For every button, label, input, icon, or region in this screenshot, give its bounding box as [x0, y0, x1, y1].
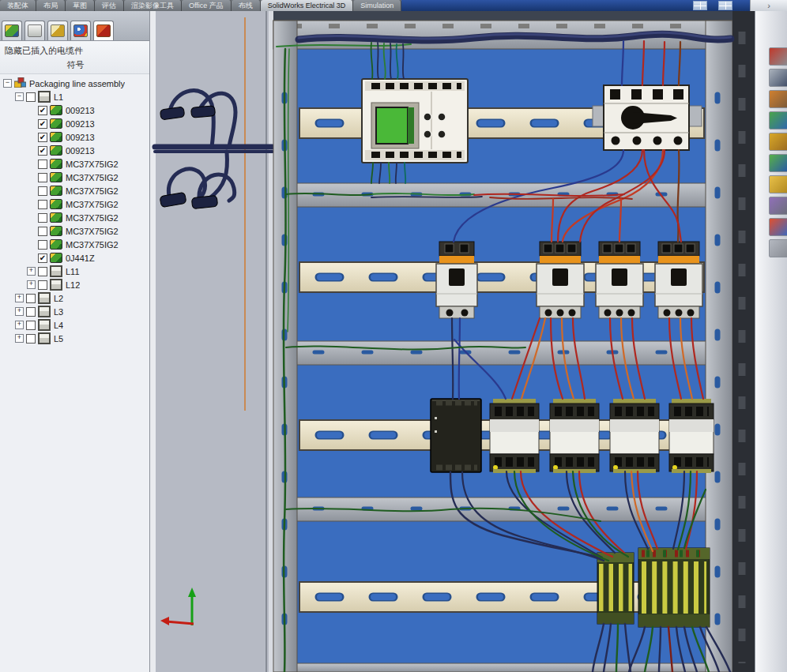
tree-item[interactable]: MC37X75IG2 — [0, 211, 149, 224]
tree-item[interactable]: +L3 — [0, 305, 149, 318]
tree-checkbox[interactable] — [26, 92, 36, 102]
tree-item[interactable]: +L2 — [0, 291, 149, 305]
expand-icon[interactable]: + — [15, 307, 24, 316]
part-icon — [50, 145, 62, 156]
smart-relay-device[interactable] — [362, 79, 468, 163]
tree-checkbox[interactable] — [38, 173, 47, 182]
tree-checkbox[interactable] — [38, 280, 47, 290]
configurationmanager-tab-icon[interactable] — [47, 21, 68, 40]
tree-item[interactable]: ✔009213 — [0, 103, 149, 117]
tab-草图[interactable]: 草图 — [66, 0, 95, 11]
schematic-icon[interactable] — [769, 69, 787, 87]
tree-item-label: L5 — [54, 334, 63, 344]
tree-checkbox[interactable] — [38, 213, 47, 223]
tree-checkbox[interactable]: ✔ — [38, 133, 47, 142]
route-wires-icon[interactable] — [769, 111, 787, 130]
viewport-grid-button-1[interactable] — [693, 1, 707, 10]
tab-布局[interactable]: 布局 — [36, 0, 66, 11]
electrical-symbols-icon[interactable] — [769, 47, 787, 66]
tree-checkbox[interactable] — [26, 294, 36, 303]
tree-checkbox[interactable] — [38, 186, 47, 196]
command-tabs: 装配体布局草图评估渲染影像工具Office 产品布线SolidWorks Ele… — [0, 0, 401, 11]
component-library-icon[interactable] — [769, 133, 787, 151]
tab-装配体[interactable]: 装配体 — [0, 0, 36, 11]
tree-checkbox[interactable]: ✔ — [38, 106, 47, 115]
tab-布线[interactable]: 布线 — [232, 0, 261, 11]
location-icon — [50, 265, 62, 277]
tab-Simulation[interactable]: Simulation — [353, 0, 401, 11]
documents-folder-icon[interactable] — [769, 175, 787, 193]
featuremanager-tab-icon[interactable] — [2, 21, 22, 40]
tree-checkbox[interactable] — [26, 321, 36, 330]
circuit-breaker-1 — [436, 242, 477, 318]
expand-icon[interactable]: + — [15, 334, 24, 343]
tree-item[interactable]: +L12 — [0, 278, 149, 291]
tree-item[interactable]: +L4 — [0, 318, 149, 332]
tab-评估[interactable]: 评估 — [95, 0, 124, 11]
tab-Office 产品[interactable]: Office 产品 — [182, 0, 232, 11]
feature-manager-panel: 隐藏已插入的电缆件 符号 −Packaging line assembly−L1… — [0, 11, 150, 672]
tree-checkbox[interactable]: ✔ — [38, 253, 47, 263]
viewport-grid-button-2[interactable] — [718, 1, 732, 10]
disconnect-switch-device[interactable] — [593, 85, 702, 150]
collapsed-icon[interactable] — [769, 239, 787, 257]
document-title-strip — [401, 0, 750, 11]
tree-item-label: MC37X75IG2 — [66, 200, 119, 209]
cabinet-layout-icon[interactable] — [769, 90, 787, 108]
collapse-icon[interactable]: − — [15, 92, 24, 101]
tree-item[interactable]: MC37X75IG2 — [0, 238, 149, 251]
tree-item-label: L12 — [66, 280, 80, 290]
tree-item[interactable]: MC37X75IG2 — [0, 197, 149, 211]
3d-viewport[interactable] — [150, 11, 755, 672]
tree-item[interactable]: ✔009213 — [0, 144, 149, 157]
cabinet-top-edge — [273, 11, 755, 21]
render-sphere-icon[interactable] — [769, 218, 787, 236]
tree-checkbox[interactable] — [38, 160, 47, 169]
tree-checkbox[interactable] — [38, 200, 47, 209]
location-icon — [38, 91, 51, 103]
tree-item-label: 009213 — [66, 106, 95, 115]
power-module-device[interactable] — [431, 399, 481, 472]
taskpane-collapse-button[interactable]: › — [750, 0, 787, 11]
tree-item[interactable]: +L11 — [0, 265, 149, 278]
collapse-icon[interactable]: − — [3, 79, 12, 88]
location-icon — [50, 279, 62, 291]
tree-checkbox[interactable]: ✔ — [38, 146, 47, 156]
expand-icon[interactable]: + — [15, 294, 24, 302]
expand-icon[interactable]: + — [27, 267, 36, 276]
tree-item[interactable]: −Packaging line assembly — [0, 77, 149, 90]
tree-item-label: 009213 — [66, 146, 95, 156]
expand-icon[interactable]: + — [15, 321, 24, 329]
tree-item[interactable]: +L5 — [0, 332, 149, 345]
tree-checkbox[interactable]: ✔ — [38, 119, 47, 129]
tab-渲染影像工具[interactable]: 渲染影像工具 — [124, 0, 182, 11]
cabinet-door[interactable] — [150, 11, 273, 672]
tree-checkbox[interactable] — [38, 227, 47, 236]
lcd-screen — [376, 107, 408, 144]
tree-item-label: L4 — [54, 321, 63, 330]
command-tab-bar: 装配体布局草图评估渲染影像工具Office 产品布线SolidWorks Ele… — [0, 0, 787, 11]
tree-checkbox[interactable] — [38, 267, 47, 276]
part-icon — [50, 105, 62, 115]
terminal-block-group-large[interactable] — [638, 548, 710, 627]
tree-item[interactable]: −L1 — [0, 90, 149, 103]
tree-checkbox[interactable] — [38, 240, 47, 250]
tree-item[interactable]: ✔009213 — [0, 117, 149, 130]
tree-item[interactable]: MC37X75IG2 — [0, 171, 149, 184]
tree-item[interactable]: MC37X75IG2 — [0, 157, 149, 171]
wire-manager-icon[interactable] — [769, 154, 787, 172]
tab-SolidWorks Electrical 3D[interactable]: SolidWorks Electrical 3D — [261, 0, 353, 11]
tree-checkbox[interactable] — [26, 307, 36, 317]
terminal-block-group-small[interactable] — [597, 553, 634, 624]
propertymanager-tab-icon[interactable] — [24, 21, 45, 40]
tree-item[interactable]: ✔009213 — [0, 130, 149, 144]
electricalmanager-tab-icon[interactable] — [93, 21, 114, 40]
displaymanager-tab-icon[interactable] — [70, 21, 91, 40]
tree-item[interactable]: MC37X75IG2 — [0, 224, 149, 238]
tree-item[interactable]: MC37X75IG2 — [0, 184, 149, 197]
tree-item[interactable]: ✔0J441Z — [0, 251, 149, 265]
expand-icon[interactable]: + — [27, 280, 36, 289]
tree-checkbox[interactable] — [26, 334, 36, 344]
tree-item-label: 009213 — [66, 133, 95, 142]
settings-icon[interactable] — [769, 197, 787, 215]
